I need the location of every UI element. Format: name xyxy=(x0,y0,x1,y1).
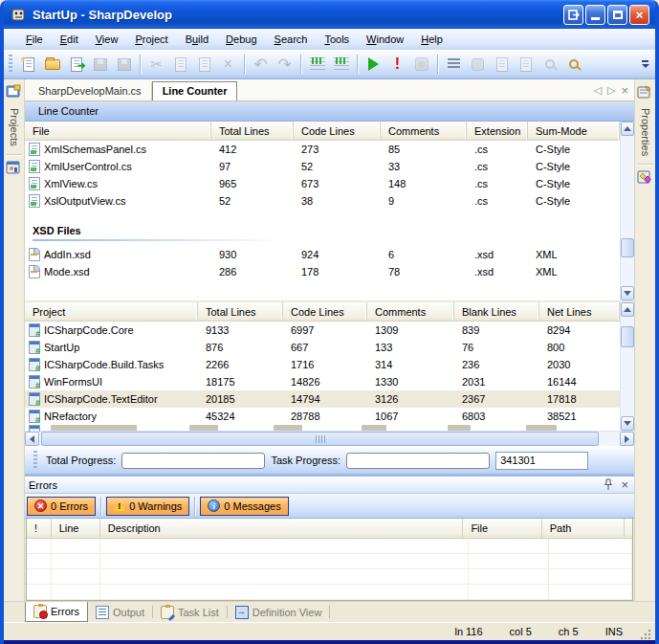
scrollbar-thumb[interactable] xyxy=(621,238,634,257)
menu-debug[interactable]: Debug xyxy=(217,32,265,47)
scrollbar-thumb[interactable] xyxy=(621,326,634,347)
menu-tools[interactable]: Tools xyxy=(316,32,358,47)
column-header-severity[interactable]: ! xyxy=(27,519,52,538)
minimize-button[interactable] xyxy=(585,5,605,25)
tab-errors[interactable]: Errors xyxy=(25,602,88,622)
table-row[interactable]: NRefactory 45324 28788 1067 6803 38521 xyxy=(25,408,620,425)
table-row[interactable]: AddIn.xsd 930 924 6 .xsd XML xyxy=(25,246,620,263)
comment-region-button[interactable] xyxy=(306,54,328,76)
line-counter-value-box[interactable]: 341301 xyxy=(495,452,588,470)
prev-bookmark-button[interactable] xyxy=(491,54,513,76)
menu-edit[interactable]: Edit xyxy=(52,32,87,47)
tab-task-list[interactable]: Task List xyxy=(153,602,227,622)
list-button[interactable] xyxy=(443,54,465,76)
save-all-button[interactable] xyxy=(113,54,135,76)
scrollbar-thumb[interactable] xyxy=(41,432,599,446)
tab-output[interactable]: Output xyxy=(88,602,152,622)
column-header-path[interactable]: Path xyxy=(542,519,625,538)
column-header-code-lines[interactable]: Code Lines xyxy=(283,302,367,321)
table-row[interactable]: ICSharpCode.Build.Tasks 2266 1716 314 23… xyxy=(25,356,620,373)
column-header-total-lines[interactable]: Total Lines xyxy=(211,122,294,140)
menu-search[interactable]: Search xyxy=(266,32,317,47)
projects-table-scrollbar[interactable] xyxy=(620,302,634,431)
messages-filter-button[interactable]: i 0 Messages xyxy=(200,497,288,516)
column-header-total-lines[interactable]: Total Lines xyxy=(198,302,283,321)
column-header-errfile[interactable]: File xyxy=(463,519,541,538)
scroll-up-button[interactable] xyxy=(621,302,634,317)
toolbox-panel-tab[interactable] xyxy=(637,168,654,186)
pin-icon[interactable] xyxy=(604,478,613,491)
close-button[interactable]: × xyxy=(629,5,649,25)
table-row[interactable]: XmlUserControl.cs 97 52 33 .cs C-Style xyxy=(25,158,620,175)
next-bookmark-button[interactable] xyxy=(515,54,537,76)
save-as-button[interactable]: ➔ xyxy=(65,54,87,76)
column-header-net-lines[interactable]: Net Lines xyxy=(539,302,620,321)
new-file-button[interactable]: ✶ xyxy=(17,54,39,76)
next-tab-button[interactable]: ▷ xyxy=(607,84,615,97)
menu-help[interactable]: Help xyxy=(412,32,451,47)
column-header-project[interactable]: Project xyxy=(25,302,198,321)
toolbar-grip[interactable] xyxy=(9,55,12,74)
scroll-down-button[interactable] xyxy=(621,416,634,431)
cut-button[interactable]: ✂ xyxy=(145,54,167,76)
breakpoint-button[interactable]: ! xyxy=(386,54,408,76)
menu-file[interactable]: File xyxy=(17,32,52,47)
undo-button[interactable]: ↶ xyxy=(250,54,272,76)
errors-filter-button[interactable]: ✕ 0 Errors xyxy=(27,497,96,516)
tab-sharpdevelopmain[interactable]: SharpDevelopMain.cs xyxy=(29,82,152,100)
files-table-scrollbar[interactable] xyxy=(620,122,634,300)
menu-view[interactable]: View xyxy=(87,32,127,47)
scroll-right-button[interactable] xyxy=(620,432,634,446)
run-button[interactable] xyxy=(362,54,384,76)
save-button[interactable] xyxy=(89,54,111,76)
scroll-down-button[interactable] xyxy=(621,286,634,300)
projects-panel-label[interactable]: Projects xyxy=(9,104,20,150)
delete-button[interactable]: × xyxy=(217,54,239,76)
scroll-up-button[interactable] xyxy=(621,122,634,136)
table-row[interactable]: Mode.xsd 286 178 78 .xsd XML xyxy=(25,263,620,280)
paste-button[interactable] xyxy=(193,54,215,76)
column-header-file[interactable]: File xyxy=(25,122,211,140)
scroll-left-button[interactable] xyxy=(25,432,39,446)
close-panel-icon[interactable]: × xyxy=(621,477,628,492)
column-header-line[interactable]: Line xyxy=(52,519,100,538)
toolbar-overflow-button[interactable] xyxy=(639,54,651,76)
column-header-extension[interactable]: Extension xyxy=(467,122,528,140)
projects-table-hscrollbar[interactable] xyxy=(25,431,634,446)
search-button[interactable] xyxy=(562,54,584,76)
column-header-comments[interactable]: Comments xyxy=(381,122,467,140)
column-header-sum-mode[interactable]: Sum-Mode xyxy=(528,122,620,140)
tool-window-tab-2[interactable] xyxy=(6,159,23,176)
table-row-selected[interactable]: ICSharpCode.TextEditor 20185 14794 3126 … xyxy=(25,390,620,408)
menu-project[interactable]: Project xyxy=(126,32,176,47)
copy-button[interactable] xyxy=(169,54,191,76)
tab-definition-view[interactable]: Definition View xyxy=(228,602,330,622)
table-row[interactable]: ICSharpCode.Core 9133 6997 1309 839 8294 xyxy=(25,322,620,339)
column-header-code-lines[interactable]: Code Lines xyxy=(294,122,381,140)
zoom-button[interactable] xyxy=(538,54,560,76)
uncomment-region-button[interactable] xyxy=(330,54,352,76)
column-header-blank-lines[interactable]: Blank Lines xyxy=(454,302,539,321)
resize-grip[interactable] xyxy=(640,629,651,640)
projects-panel-tab[interactable] xyxy=(6,83,23,100)
stop-button[interactable] xyxy=(467,54,489,76)
prev-tab-button[interactable]: ◁ xyxy=(593,84,601,97)
table-row[interactable]: WinFormsUI 18175 14826 1330 2031 16144 xyxy=(25,373,620,390)
properties-panel-label[interactable]: Properties xyxy=(640,104,651,160)
progress-panel-grip[interactable] xyxy=(33,451,37,470)
warnings-filter-button[interactable]: 0 Warnings xyxy=(106,497,189,516)
column-header-comments[interactable]: Comments xyxy=(367,302,454,321)
tab-line-counter[interactable]: Line Counter xyxy=(152,81,238,100)
menu-window[interactable]: Window xyxy=(358,32,412,47)
table-row[interactable]: XslOutputView.cs 52 38 9 .cs C-Style xyxy=(25,192,620,210)
table-row[interactable]: StartUp 876 667 133 76 800 xyxy=(25,339,620,356)
record-button[interactable]: ◎ xyxy=(410,54,432,76)
table-row[interactable]: XmlSchemasPanel.cs 412 273 85 .cs C-Styl… xyxy=(25,141,620,158)
maximize-button[interactable] xyxy=(607,5,627,25)
properties-panel-tab[interactable] xyxy=(637,83,654,100)
menu-build[interactable]: Build xyxy=(177,32,217,47)
open-file-button[interactable] xyxy=(41,54,63,76)
toggle-window-button[interactable] xyxy=(563,5,583,25)
close-tab-button[interactable]: × xyxy=(621,83,628,98)
redo-button[interactable]: ↷ xyxy=(274,54,296,76)
